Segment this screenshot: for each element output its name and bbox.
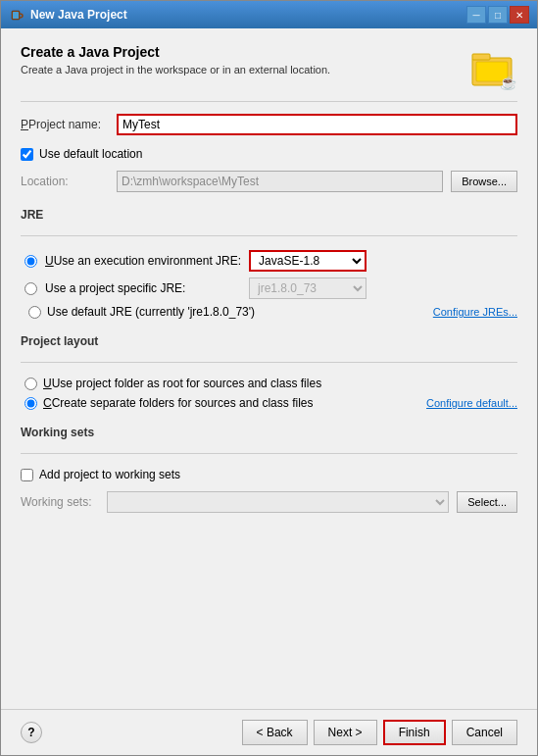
jre-section-label: JRE [21, 208, 517, 222]
title-controls: ─ □ ✕ [466, 6, 529, 24]
working-sets-row: Working sets: Select... [21, 491, 517, 513]
add-to-working-sets-row: Add project to working sets [21, 468, 517, 481]
jre-default-label: Use default JRE (currently 'jre1.8.0_73'… [47, 305, 255, 319]
add-working-sets-checkbox[interactable] [21, 469, 33, 481]
finish-button[interactable]: Finish [383, 720, 446, 745]
location-input[interactable] [117, 171, 443, 192]
browse-button[interactable]: Browse... [451, 171, 517, 192]
project-name-section: PProject name: [21, 114, 517, 135]
location-label: Location: [21, 175, 109, 188]
working-sets-select[interactable] [107, 491, 449, 513]
default-location-label: Use default location [39, 147, 142, 161]
default-location-checkbox[interactable] [21, 148, 33, 161]
jre-default-radio[interactable] [28, 306, 41, 319]
project-folder-icon: ☕ [470, 44, 517, 91]
svg-text:☕: ☕ [500, 75, 517, 91]
configure-default-link[interactable]: Configure default... [426, 397, 517, 409]
minimize-button[interactable]: ─ [466, 6, 486, 24]
layout-root-radio[interactable] [24, 378, 37, 390]
jre-specific-label: Use a project specific JRE: [45, 281, 241, 295]
jre-section: JRE UUse an execution environment JRE: J… [21, 204, 517, 319]
svg-rect-3 [472, 54, 490, 60]
dialog-title: Create a Java Project [21, 44, 330, 60]
title-bar: New Java Project ─ □ ✕ [1, 1, 537, 28]
layout-folders-label: CCreate separate folders for sources and… [43, 396, 313, 410]
layout-divider [21, 362, 517, 363]
jre-env-select[interactable]: JavaSE-1.8 JavaSE-11 JavaSE-17 [249, 250, 367, 272]
dialog-description: Create a Java project in the workspace o… [21, 64, 330, 76]
select-working-sets-button[interactable]: Select... [457, 491, 517, 513]
project-name-label: PProject name: [21, 118, 109, 131]
maximize-button[interactable]: □ [488, 6, 508, 24]
footer-left: ? [21, 722, 42, 743]
project-name-row: PProject name: [21, 114, 517, 135]
location-section: Use default location Location: Browse... [21, 147, 517, 192]
window-icon [9, 7, 24, 23]
jre-specific-select[interactable]: jre1.8.0_73 [249, 277, 367, 299]
jre-option2-row: Use a project specific JRE: jre1.8.0_73 [24, 277, 517, 299]
cancel-button[interactable]: Cancel [452, 720, 517, 745]
project-name-input[interactable] [117, 114, 517, 135]
help-button[interactable]: ? [21, 722, 42, 743]
title-bar-left: New Java Project [9, 7, 127, 23]
content-area: Create a Java Project Create a Java proj… [1, 28, 537, 709]
layout-folders-radio[interactable] [24, 397, 37, 410]
layout-radio-group: UUse project folder as root for sources … [21, 377, 517, 410]
next-button[interactable]: Next > [314, 720, 377, 745]
location-row: Location: Browse... [21, 171, 517, 192]
jre-divider [21, 235, 517, 236]
configure-jres-link[interactable]: Configure JREs... [433, 306, 517, 318]
layout-section-label: Project layout [21, 334, 517, 348]
working-sets-divider [21, 453, 517, 454]
default-location-row: Use default location [21, 147, 517, 161]
working-sets-label: Working sets: [21, 495, 99, 509]
jre-option3-row: Use default JRE (currently 'jre1.8.0_73'… [24, 305, 517, 319]
window-title: New Java Project [30, 8, 127, 22]
jre-env-label: UUse an execution environment JRE: [45, 254, 241, 268]
jre-specific-radio[interactable] [24, 282, 37, 295]
layout-option2-row: CCreate separate folders for sources and… [24, 396, 517, 410]
jre-radio-group: UUse an execution environment JRE: JavaS… [21, 250, 517, 319]
layout-option1-row: UUse project folder as root for sources … [24, 377, 517, 390]
layout-root-label: UUse project folder as root for sources … [43, 377, 321, 390]
back-button[interactable]: < Back [242, 720, 308, 745]
svg-rect-1 [13, 12, 19, 19]
add-working-sets-label: Add project to working sets [39, 468, 180, 481]
header-section: Create a Java Project Create a Java proj… [21, 44, 517, 102]
close-button[interactable]: ✕ [510, 6, 529, 24]
new-java-project-window: New Java Project ─ □ ✕ Create a Java Pro… [0, 0, 538, 756]
jre-env-radio[interactable] [24, 255, 37, 268]
jre-option1-row: UUse an execution environment JRE: JavaS… [24, 250, 517, 272]
project-layout-section: Project layout UUse project folder as ro… [21, 330, 517, 410]
footer-right: < Back Next > Finish Cancel [242, 720, 517, 745]
footer: ? < Back Next > Finish Cancel [1, 709, 537, 755]
header-text: Create a Java Project Create a Java proj… [21, 44, 330, 76]
working-sets-section-label: Working sets [21, 426, 517, 439]
working-sets-section: Working sets Add project to working sets… [21, 422, 517, 513]
